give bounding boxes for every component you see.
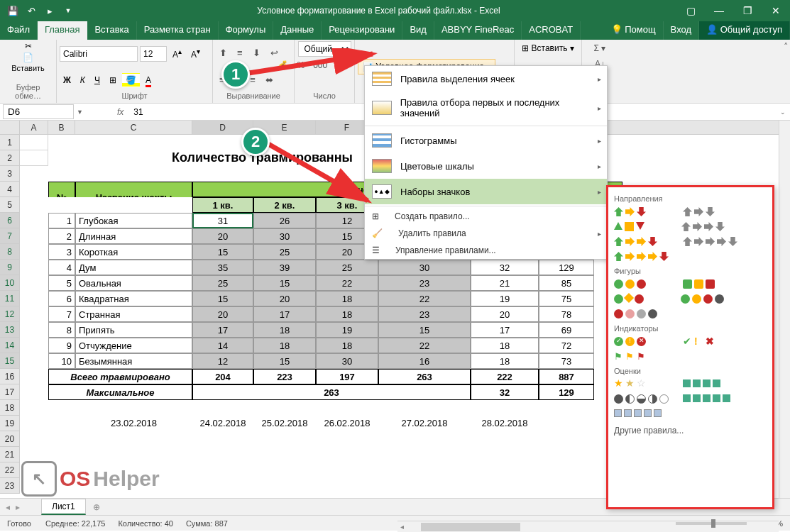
cell-d[interactable]: 20	[192, 228, 253, 244]
iconset-3trafficlights1[interactable]	[614, 279, 646, 289]
row-23[interactable]: 23	[0, 478, 20, 494]
iconset-4ratings[interactable]	[683, 379, 720, 389]
row-2[interactable]: 2	[0, 150, 20, 166]
cell-f[interactable]: 18	[316, 306, 378, 322]
minimize-icon[interactable]: —	[705, 0, 733, 21]
number-format-select[interactable]: Общий	[298, 41, 351, 57]
align-mid-icon[interactable]: ≡	[234, 45, 246, 60]
cell-g[interactable]: 23	[378, 306, 471, 322]
row-13[interactable]: 13	[0, 322, 20, 338]
tab-data[interactable]: Данные	[273, 21, 322, 40]
row-20[interactable]: 20	[0, 431, 20, 447]
row-1[interactable]: 1	[0, 135, 20, 150]
iconset-4trafficlights[interactable]	[681, 294, 724, 304]
row-9[interactable]: 9	[0, 260, 20, 275]
cell-g[interactable]: 16	[378, 353, 471, 369]
sheet-nav-next-icon[interactable]: ▸	[16, 502, 20, 512]
new-sheet-icon[interactable]: ⊕	[86, 502, 107, 512]
row-16[interactable]: 16	[0, 369, 20, 384]
cell-d[interactable]: 17	[192, 322, 253, 338]
increase-font-icon[interactable]: A▴	[169, 45, 185, 62]
cf-top-bottom-rules[interactable]: Правила отбора первых и последних значен…	[365, 92, 607, 124]
cell-h[interactable]: 18	[471, 338, 539, 353]
name-box[interactable]	[3, 104, 74, 119]
cell-i[interactable]: 69	[539, 322, 594, 338]
borders-icon[interactable]: ⊞	[106, 73, 120, 87]
cell-g[interactable]: 22	[378, 338, 471, 353]
cell-name[interactable]: Длинная	[75, 228, 192, 244]
row-14[interactable]: 14	[0, 338, 20, 353]
iconset-3symbols-circled[interactable]: ✓!✕	[614, 337, 646, 346]
percent-icon[interactable]: %	[293, 58, 308, 72]
ribbon-options-icon[interactable]: ▢	[676, 0, 705, 21]
cell-f[interactable]: 18	[316, 291, 378, 306]
align-top-icon[interactable]: ⬆	[216, 45, 231, 60]
row-4[interactable]: 4	[0, 182, 20, 197]
tab-insert[interactable]: Вставка	[87, 21, 136, 40]
row-5[interactable]: 5	[0, 197, 20, 213]
tab-formulas[interactable]: Формулы	[219, 21, 274, 40]
tab-pagelayout[interactable]: Разметка стран	[137, 21, 219, 40]
iconset-3flags[interactable]: ⚑⚑⚑	[614, 352, 646, 361]
tell-me[interactable]: 💡 Помощ	[604, 21, 664, 40]
cell-g[interactable]: 15	[378, 322, 471, 338]
cell-g[interactable]: 30	[378, 260, 471, 275]
font-size-select[interactable]	[140, 46, 167, 62]
save-icon[interactable]: 💾	[6, 4, 20, 18]
cell-e[interactable]: 18	[253, 322, 316, 338]
iconset-redtoblack[interactable]	[614, 309, 657, 318]
cf-manage-rules[interactable]: ☰Управление правилами...	[365, 242, 607, 259]
sheet-nav-prev-icon[interactable]: ◂	[0, 502, 16, 512]
tab-review[interactable]: Рецензировани	[322, 21, 402, 40]
iconset-3arrows-gray[interactable]	[683, 207, 715, 216]
row-10[interactable]: 10	[0, 275, 20, 291]
cell-name[interactable]: Отчуждение	[75, 338, 192, 353]
redo-icon[interactable]: ▸	[43, 4, 57, 18]
row-17[interactable]: 17	[0, 384, 20, 400]
cell-d[interactable]: 25	[192, 275, 253, 291]
row-8[interactable]: 8	[0, 244, 20, 260]
col-C[interactable]: C	[75, 121, 192, 134]
underline-button[interactable]: Ч	[91, 73, 104, 87]
cell-f[interactable]: 18	[316, 338, 378, 353]
cell-h[interactable]: 17	[471, 322, 539, 338]
cell-d[interactable]: 12	[192, 353, 253, 369]
namebox-dropdown-icon[interactable]: ▼	[77, 109, 83, 116]
cell-i[interactable]: 85	[539, 275, 594, 291]
iconset-3symbols[interactable]: ✔!✖	[683, 337, 715, 346]
tab-file[interactable]: Файл	[0, 21, 38, 40]
fx-icon[interactable]: fx	[111, 107, 129, 117]
comma-icon[interactable]: 000	[309, 58, 331, 72]
cell-num[interactable]: 8	[48, 322, 75, 338]
close-icon[interactable]: ✕	[762, 0, 790, 21]
tab-abbyy[interactable]: ABBYY FineReac	[434, 21, 522, 40]
iconset-3arrows-color[interactable]	[614, 207, 646, 216]
cut-icon[interactable]: ✂	[25, 41, 32, 51]
cell-name[interactable]: Короткая	[75, 244, 192, 260]
cell-num[interactable]: 10	[48, 353, 75, 369]
col-B[interactable]: B	[48, 121, 75, 134]
row-21[interactable]: 21	[0, 447, 20, 462]
iconset-5ratings[interactable]	[683, 394, 730, 404]
cell-f[interactable]: 30	[316, 353, 378, 369]
cell-h[interactable]: 21	[471, 275, 539, 291]
tab-acrobat[interactable]: ACROBAT	[522, 21, 581, 40]
cell-d[interactable]: 15	[192, 244, 253, 260]
cell-e[interactable]: 15	[253, 353, 316, 369]
cell-d[interactable]: 35	[192, 260, 253, 275]
cf-icon-sets[interactable]: ●▲◆Наборы значков▸	[365, 179, 607, 204]
cell-name[interactable]: Безымянная	[75, 353, 192, 369]
cell-i[interactable]: 72	[539, 338, 594, 353]
cell-e[interactable]: 30	[253, 228, 316, 244]
iconset-3signs[interactable]	[614, 294, 644, 304]
row-22[interactable]: 22	[0, 462, 20, 478]
iconset-5boxes[interactable]	[614, 409, 662, 417]
fill-color-icon[interactable]: 🪣	[122, 73, 140, 87]
iconset-3trafficlights2[interactable]	[683, 279, 715, 289]
collapse-ribbon-icon[interactable]: ˄	[784, 41, 789, 52]
cell-num[interactable]: 4	[48, 260, 75, 275]
cell-name[interactable]: Припять	[75, 322, 192, 338]
sheet-tab-1[interactable]: Лист1	[41, 499, 86, 515]
maximize-icon[interactable]: ❐	[733, 0, 762, 21]
cell-name[interactable]: Странная	[75, 306, 192, 322]
